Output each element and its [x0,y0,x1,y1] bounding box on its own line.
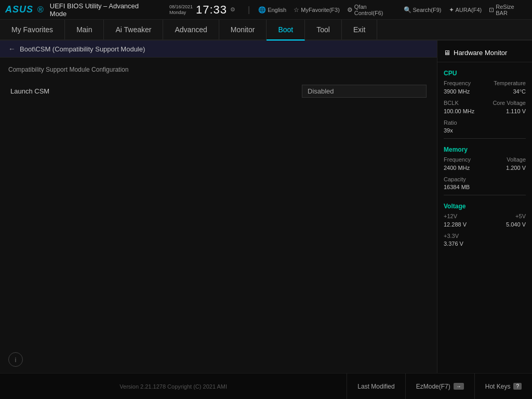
voltage-33-value: 3.376 V [437,240,532,247]
nav-exit[interactable]: Exit [342,20,377,39]
tool-resizebar[interactable]: ⊡ ReSize BAR [489,4,527,16]
memory-freq-row: Frequency Voltage [437,155,532,164]
language-label: English [268,7,286,13]
memory-capacity-value: 16384 MB [437,183,532,191]
cpu-corevoltage-value: 1.110 V [506,108,526,114]
ez-mode-button[interactable]: EzMode(F7) → [405,374,474,399]
nav-main-label: Main [76,25,92,34]
info-icon[interactable]: i [8,352,23,367]
voltage-5-label: +5V [515,213,526,219]
cpu-bclk-value: 100.00 MHz [444,108,474,114]
hot-keys-label: Hot Keys [485,383,511,390]
fan-icon: ⚙ [347,6,353,14]
info-area: i [0,346,437,373]
memory-voltage-value: 1.200 V [506,165,526,171]
setting-label: Launch CSM [10,87,302,95]
date-info: 08/16/2021 Monday [169,4,193,16]
search-icon: 🔍 [404,6,411,14]
nav-ai-tweaker[interactable]: Ai Tweaker [104,20,163,39]
cpu-frequency-row: Frequency Temperature [437,79,532,87]
nav-my-favorites[interactable]: My Favorites [0,20,65,39]
hardware-monitor-sidebar: 🖥 Hardware Monitor CPU Frequency Tempera… [437,41,532,373]
section-title: Compatibility Support Module Configurati… [8,64,429,75]
sidebar-title-label: Hardware Monitor [454,49,507,57]
cpu-bclk-row: BCLK Core Voltage [437,99,532,107]
content-area: ← Boot\CSM (Compatibility Support Module… [0,41,437,373]
cpu-ratio-label: Ratio [444,119,457,126]
clock-time: 17:33 [196,3,227,17]
setting-row-launch-csm: Launch CSM Disabled [8,82,429,101]
cpu-ratio-value: 39x [437,127,532,134]
tool-qfan[interactable]: ⚙ Qfan Control(F6) [347,4,396,16]
nav-bar: My Favorites Main Ai Tweaker Advanced Mo… [0,20,532,41]
cpu-frequency-label: Frequency [444,80,471,86]
footer-left: Version 2.21.1278 Copyright (C) 2021 AMI [0,374,347,399]
tool-search[interactable]: 🔍 Search(F9) [404,6,442,14]
nav-advanced-label: Advanced [175,25,207,34]
content-spacer [0,208,437,347]
tool-aura[interactable]: ✦ AURA(F4) [449,6,482,14]
footer-buttons: Last Modified EzMode(F7) → Hot Keys ? [347,374,532,399]
memory-frequency-label: Frequency [444,156,471,163]
memory-capacity-label: Capacity [444,176,466,182]
ez-mode-icon: → [454,383,464,390]
breadcrumb-path: Boot\CSM (Compatibility Support Module) [20,45,145,53]
voltage-section-title: Voltage [437,200,532,212]
qfan-label: Qfan Control(F6) [354,4,396,16]
footer: Version 2.21.1278 Copyright (C) 2021 AMI… [0,373,532,399]
cpu-bclk-values: 100.00 MHz 1.110 V [437,107,532,115]
back-arrow[interactable]: ← [8,45,16,53]
bios-title: UEFI BIOS Utility – Advanced Mode [50,2,157,18]
monitor-icon: 🖥 [444,49,450,57]
voltage-33-row: +3.3V [437,232,532,240]
hot-keys-button[interactable]: Hot Keys ? [474,374,532,399]
cpu-temperature-value: 34°C [513,88,526,95]
voltage-5-value: 5.040 V [506,221,526,228]
memory-section-title: Memory [437,143,532,155]
last-modified-label: Last Modified [357,383,394,390]
asus-logo: ASUS ® [5,4,44,15]
version-text: Version 2.21.1278 Copyright (C) 2021 AMI [8,383,338,390]
resizebar-label: ReSize BAR [496,4,527,16]
cpu-temperature-label: Temperature [494,80,526,86]
sidebar-title: 🖥 Hardware Monitor [437,46,532,62]
nav-tool[interactable]: Tool [305,20,342,39]
tool-language[interactable]: 🌐 English [258,6,286,14]
voltage-12-label: +12V [444,213,457,219]
breadcrumb: ← Boot\CSM (Compatibility Support Module… [0,41,437,58]
nav-monitor[interactable]: Monitor [219,20,267,39]
nav-main[interactable]: Main [65,20,104,39]
hot-keys-icon: ? [513,383,522,390]
nav-boot-label: Boot [278,25,293,34]
settings-icon[interactable]: ⚙ [230,6,235,13]
last-modified-button[interactable]: Last Modified [347,374,405,399]
voltage-12-5-row: +12V +5V [437,212,532,220]
cpu-bclk-label: BCLK [444,100,459,106]
memory-capacity-row: Capacity [437,175,532,183]
setting-value-launch-csm[interactable]: Disabled [302,85,427,98]
date: 08/16/2021 [169,4,193,10]
voltage-12-5-values: 12.288 V 5.040 V [437,220,532,229]
memory-divider [444,195,526,195]
nav-monitor-label: Monitor [231,25,255,34]
asus-brand: ASUS [5,4,33,15]
aura-icon: ✦ [449,6,454,14]
nav-boot[interactable]: Boot [267,20,305,41]
day: Monday [169,10,193,16]
nav-my-favorites-label: My Favorites [11,25,53,34]
tool-myfavorite[interactable]: ☆ MyFavorite(F3) [294,6,340,14]
header-tools: 🌐 English ☆ MyFavorite(F3) ⚙ Qfan Contro… [258,4,527,16]
cpu-corevoltage-label: Core Voltage [493,100,526,106]
aura-label: AURA(F4) [456,7,482,13]
cpu-divider [444,138,526,139]
globe-icon: 🌐 [258,6,266,14]
cpu-section-title: CPU [437,66,532,79]
memory-voltage-label: Voltage [507,156,526,163]
nav-exit-label: Exit [353,25,365,34]
ez-mode-label: EzMode(F7) [416,383,450,390]
nav-advanced[interactable]: Advanced [163,20,219,39]
content-body: Compatibility Support Module Configurati… [0,58,437,208]
voltage-12-value: 12.288 V [444,221,467,228]
divider1: | [248,5,250,15]
header: ASUS ® UEFI BIOS Utility – Advanced Mode… [0,0,532,20]
